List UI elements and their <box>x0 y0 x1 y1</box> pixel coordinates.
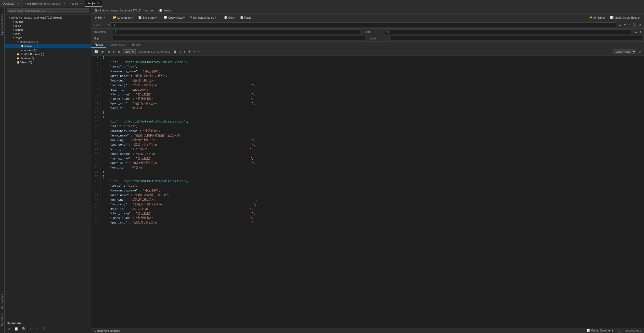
sidebar-item-config[interactable]: ▶config <box>5 28 91 32</box>
search-input[interactable] <box>7 8 89 13</box>
query-dropdown-icon[interactable]: ▾ <box>108 23 109 26</box>
load-query-button[interactable]: 📂 Load query ▾ <box>111 15 135 20</box>
sidebar-item-room[interactable]: ▼room <box>5 36 91 40</box>
tab-result[interactable]: Result <box>91 42 106 48</box>
line-number: 30 <box>91 188 100 193</box>
tab-quickstart[interactable]: Quickstart ✕ <box>0 0 22 7</box>
next-page-button[interactable]: ▶ <box>112 49 116 54</box>
op-btn-menu[interactable]: ☰ <box>41 326 47 331</box>
sort-input[interactable] <box>384 29 632 34</box>
ai-helper-button[interactable]: ✨ AI Helper <box>587 15 607 20</box>
paste-button[interactable]: 📋 Paste <box>238 15 253 20</box>
sidebar-item-lianjia[interactable]: 📋lianjia <box>5 44 91 48</box>
op-btn-redo[interactable]: ↪ <box>35 326 40 331</box>
set-default-label: Set default query <box>193 16 214 19</box>
line-number: 3 <box>91 65 100 69</box>
open-connections-tab[interactable]: Open connections <box>0 12 4 37</box>
visual-query-builder-button[interactable]: 📊 Visual Query Builder <box>608 15 642 20</box>
limit-input[interactable] <box>389 36 642 41</box>
lock-icon-btn[interactable]: 🔒 <box>173 50 178 54</box>
breadcrumb-collection: lianjia <box>163 9 171 12</box>
export-btn[interactable]: ⬆ <box>178 50 182 54</box>
query-expand-icon[interactable]: ⬛ <box>632 23 637 27</box>
line-content: { <box>100 115 104 120</box>
op-btn-copy[interactable]: 📋 <box>13 326 20 331</box>
history-icon: 🕐 <box>164 16 167 19</box>
operations-left-tab[interactable]: Operations <box>0 311 4 328</box>
copy-button[interactable]: 📋 Copy <box>222 15 237 20</box>
tab-lianjia2[interactable]: lianjia ✕ <box>85 0 102 7</box>
code-line: 33 "lou_ceng" : "低楼层 (共14层)\n ", <box>91 202 644 207</box>
query-clear-icon[interactable]: ✕ <box>628 23 631 26</box>
sidebar-item-admin[interactable]: ▶admin <box>5 20 91 24</box>
tab-explain[interactable]: Explain <box>129 42 145 48</box>
sidebar-item-indexes[interactable]: ▶Indexes (1) <box>5 48 91 52</box>
add-doc-btn[interactable]: ➕ <box>187 50 192 54</box>
op-btn-undo[interactable]: ↩ <box>28 326 34 331</box>
import-btn[interactable]: ⬇ <box>183 50 186 54</box>
line-content: "community_name" : "小区名称", <box>100 69 160 74</box>
first-page-button[interactable]: ⏮ <box>100 49 105 54</box>
skip-input[interactable] <box>113 36 365 41</box>
sidebar-item-windows_mongo[interactable]: ▶windows_mongo localhost:27017 [direct] <box>5 16 91 20</box>
sort-up-icon[interactable]: ▲ <box>634 30 637 34</box>
tab-query-code[interactable]: Query Code <box>106 42 128 48</box>
tab-intellishell[interactable]: IntelliShell: windows_mongo* ✕ <box>22 0 68 7</box>
code-line: 7 "lou_ceng" : "底层 (共6层)\n ", <box>91 83 644 88</box>
count-documents-btn[interactable]: 📊 Count Documents <box>587 329 614 332</box>
op-btn-search[interactable]: 🔍 <box>21 326 27 331</box>
sidebar-item-views[interactable]: 📋Views (0) <box>5 60 91 64</box>
sidebar-item-bjsxt[interactable]: ▶bjsxt <box>5 24 91 28</box>
arrow-room: ▼ <box>13 37 15 39</box>
code-area[interactable]: 1{2 "_id" : ObjectId("65f13efc5f721d11e1… <box>91 55 644 328</box>
set-default-button[interactable]: ⚙ Set default query ▾ <box>188 15 218 20</box>
last-page-button[interactable]: ⏭ <box>117 49 122 54</box>
query-history-button[interactable]: 🕐 Query history <box>162 15 187 20</box>
projection-input[interactable] <box>113 29 360 34</box>
my-resources-tab[interactable]: My resources <box>0 292 4 311</box>
tab-lianjia2-close[interactable]: ✕ <box>97 2 99 5</box>
op-btn-close[interactable]: ✕ <box>7 326 12 331</box>
tab-lianjia1-close[interactable]: ✕ <box>80 2 82 5</box>
sort-down-icon[interactable]: ▼ <box>639 30 642 34</box>
line-content: "lou_ceng" : "低楼层 (共14层)\n ", <box>100 202 257 207</box>
breadcrumb-icon: 🗄 <box>94 9 97 12</box>
toolbar: ▶ Run ▾ 📂 Load query ▾ 💾 Save query ▾ 🕐 … <box>91 14 644 21</box>
save-query-button[interactable]: 💾 Save query ▾ <box>136 15 161 20</box>
label-system: System (0) <box>20 57 34 60</box>
page-size-select[interactable]: 200 100 50 500 <box>123 49 136 54</box>
sidebar-item-gridfs[interactable]: 📁GridFS Buckets (0) <box>5 52 91 56</box>
line-number: 33 <box>91 202 100 207</box>
code-line: 19 "hu_xing" : "3室2厅1厨2卫\n ", <box>91 138 644 143</box>
refresh-button[interactable]: 🔄 <box>93 49 99 54</box>
query-input[interactable] <box>110 22 616 27</box>
delete-btn[interactable]: ✕ <box>197 50 201 54</box>
query-down-icon[interactable]: ▼ <box>623 23 627 27</box>
content-area: 🗄 windows_mongo (localhost:27017) > 🗃 ro… <box>91 7 644 333</box>
tab-lianjia1[interactable]: lianjia ✕ <box>68 0 85 7</box>
query-up-icon[interactable]: ▲ <box>617 23 622 27</box>
copy-label: Copy <box>228 16 235 19</box>
left-vertical-tabs: Open connections My resources Operations <box>0 7 5 333</box>
tab-quickstart-close[interactable]: ✕ <box>18 2 20 5</box>
sidebar-item-local[interactable]: ▶local <box>5 32 91 36</box>
code-line: 5 "area_name" : "房山 韩村河 六环外", <box>91 74 644 78</box>
result-settings-btn[interactable]: ⚙ <box>637 50 642 54</box>
default-icon: ⚙ <box>190 16 192 19</box>
query-options-icon[interactable]: ⚙ <box>638 23 642 27</box>
tab-intellishell-close[interactable]: ✕ <box>63 2 66 5</box>
skip-row: Skip Limit <box>91 35 644 41</box>
line-content: "_id" : ObjectId("65f13efc5f721d11e15791… <box>100 179 189 184</box>
line-content: "mian_ji" : "117.56㎡\n ", <box>100 147 253 152</box>
prev-page-button[interactable]: ◀ <box>106 49 111 54</box>
line-number: 26 <box>91 170 100 175</box>
arrow-gridfs: 📁 <box>17 53 20 55</box>
sidebar-item-collections[interactable]: ▼Collections (1) <box>5 40 91 44</box>
paste-icon: 📋 <box>240 16 243 19</box>
run-button[interactable]: ▶ Run ▾ <box>93 15 107 20</box>
separator-1 <box>109 15 109 20</box>
label-config: config <box>15 28 23 31</box>
validate-btn[interactable]: ✔ <box>192 50 196 54</box>
sidebar-item-system[interactable]: 📁System (0) <box>5 56 91 60</box>
view-select[interactable]: JSON View Table View <box>613 49 636 54</box>
